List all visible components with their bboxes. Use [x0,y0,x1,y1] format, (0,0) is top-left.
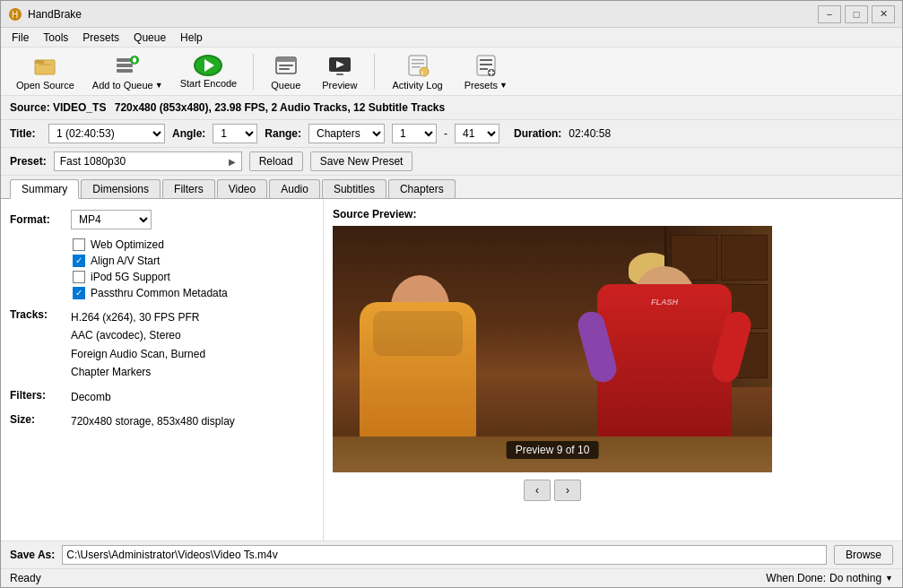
source-details: 720x480 (853x480), 23.98 FPS, 2 Audio Tr… [115,101,445,114]
checkbox-passthru[interactable]: Passthru Common Metadata [73,287,314,299]
checkbox-ipod[interactable]: iPod 5G Support [73,271,314,283]
svg-rect-26 [480,64,492,65]
size-section: Size: 720x480 storage, 853x480 display [10,413,314,430]
filters-section: Filters: Decomb [10,389,314,406]
title-bar: H HandBrake − □ ✕ [1,1,902,28]
preview-container: FLASH Preview 9 of 10 [333,226,772,472]
title-select[interactable]: 1 (02:40:53) [48,124,165,143]
presets-dropdown-icon[interactable]: ▼ [499,81,508,90]
passthru-label: Passthru Common Metadata [91,287,228,299]
size-value: 720x480 storage, 853x480 display [71,413,235,430]
add-to-queue-button[interactable]: Add to Queue ▼ [88,51,168,92]
when-done-label: When Done: [766,572,826,584]
main-window: H HandBrake − □ ✕ File Tools Presets Que… [0,0,903,588]
source-info: Source: VIDEO_TS 720x480 (853x480), 23.9… [1,96,902,120]
checkbox-web-optimized[interactable]: Web Optimized [73,238,314,251]
format-label: Format: [10,213,64,226]
svg-rect-30 [489,72,494,74]
svg-rect-14 [279,68,290,70]
tab-summary[interactable]: Summary [10,179,79,199]
svg-rect-20 [412,63,424,65]
range-type-select[interactable]: Chapters [308,124,385,143]
angle-select[interactable]: 1 [213,124,257,143]
tab-chapters[interactable]: Chapters [388,179,456,198]
save-bar: Save As: Browse [1,540,902,568]
start-encode-button[interactable]: Start Encode [173,51,245,92]
svg-rect-3 [35,60,44,64]
duration-value: 02:40:58 [569,127,611,140]
title-row: Title: 1 (02:40:53) Angle: 1 Range: Chap… [1,120,902,148]
tab-dimensions[interactable]: Dimensions [81,179,161,198]
when-done-value[interactable]: Do nothing [829,572,881,584]
open-source-icon [32,53,57,78]
when-done: When Done: Do nothing ▼ [766,572,893,584]
toolbar-separator-1 [253,54,254,90]
app-icon: H [8,7,22,22]
tab-filters[interactable]: Filters [162,179,215,198]
format-select[interactable]: MP4 [71,210,152,229]
align-av-label: Align A/V Start [91,255,160,267]
web-optimized-checkbox[interactable] [73,238,85,251]
ipod-checkbox[interactable] [73,271,85,283]
tracks-section: Tracks: H.264 (x264), 30 FPS PFR AAC (av… [10,308,314,382]
duration-label: Duration: [514,127,561,140]
presets-button[interactable]: Presets ▼ [456,51,516,92]
track-2: AAC (avcodec), Stereo [71,326,205,344]
passthru-checkbox[interactable] [73,287,85,299]
reload-button[interactable]: Reload [249,151,303,171]
track-3: Foreign Audio Scan, Burned [71,345,205,363]
save-path-input[interactable] [62,545,827,565]
menu-bar: File Tools Presets Queue Help [1,28,902,48]
preview-next-button[interactable]: › [554,480,581,501]
menu-help[interactable]: Help [173,28,210,48]
title-bar-left: H HandBrake [8,7,82,22]
preview-badge: Preview 9 of 10 [507,441,599,459]
preset-label: Preset: [10,155,47,168]
preset-selector[interactable]: Fast 1080p30 ▶ [54,151,242,171]
ipod-label: iPod 5G Support [91,271,170,283]
svg-rect-6 [117,64,133,67]
range-dash: - [444,127,447,140]
preview-prev-button[interactable]: ‹ [524,480,551,501]
toolbar-separator-2 [374,54,375,90]
menu-tools[interactable]: Tools [36,28,75,48]
range-start-select[interactable]: 1 [392,124,437,143]
queue-button[interactable]: Queue [263,51,308,92]
open-source-button[interactable]: Open Source [8,51,82,92]
preview-button[interactable]: Preview [314,51,365,92]
activity-log-button[interactable]: i Activity Log [384,51,450,92]
minimize-button[interactable]: − [818,5,841,23]
svg-rect-17 [336,74,343,75]
presets-label: Presets [465,80,498,91]
save-new-preset-button[interactable]: Save New Preset [310,151,413,171]
menu-queue[interactable]: Queue [126,28,173,48]
tab-audio[interactable]: Audio [269,179,320,198]
maximize-button[interactable]: □ [845,5,868,23]
svg-rect-19 [412,59,424,61]
checkbox-align-av[interactable]: Align A/V Start [73,255,314,267]
add-queue-label: Add to Queue [92,80,153,91]
browse-button[interactable]: Browse [834,545,893,565]
range-end-select[interactable]: 41 [455,124,499,143]
tab-video[interactable]: Video [217,179,267,198]
toolbar: Open Source Add to Queue ▼ [1,48,902,96]
add-queue-dropdown-icon[interactable]: ▼ [155,81,163,90]
activity-log-label: Activity Log [392,80,442,91]
track-1: H.264 (x264), 30 FPS PFR [71,308,205,326]
size-row: Size: 720x480 storage, 853x480 display [10,413,314,430]
close-button[interactable]: ✕ [872,5,895,23]
tab-subtitles[interactable]: Subtitles [322,179,386,198]
add-queue-inner: Add to Queue ▼ [92,80,163,91]
preview-icon [327,53,352,78]
start-encode-icon [194,55,222,76]
when-done-dropdown-icon[interactable]: ▼ [885,574,893,583]
align-av-checkbox[interactable] [73,255,85,267]
checkbox-group: Web Optimized Align A/V Start iPod 5G Su… [73,238,314,299]
menu-file[interactable]: File [4,28,36,48]
menu-presets[interactable]: Presets [75,28,126,48]
presets-icon [473,53,499,78]
svg-rect-12 [276,57,296,62]
main-content: Format: MP4 Web Optimized Align A/V Star… [1,199,902,540]
activity-log-icon: i [405,53,430,78]
status-ready: Ready [10,572,41,584]
